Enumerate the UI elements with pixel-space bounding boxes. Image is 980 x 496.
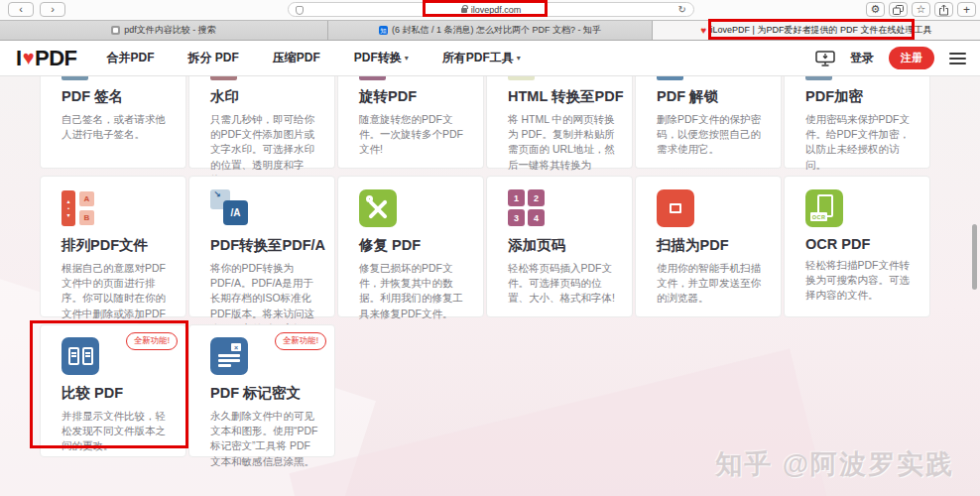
chevron-right-icon: › <box>51 4 55 15</box>
cropped-tool-icon <box>359 76 386 80</box>
tool-card-html-to-pdf[interactable]: HTML 转换至PDF 将 HTML 中的网页转换为 PDF。复制并粘贴所需页面… <box>486 76 633 169</box>
nav-label: 所有PDF工具 <box>442 50 514 66</box>
tab-search-page[interactable]: pdf文件内容比较 - 搜索 <box>0 21 328 40</box>
download-desktop-icon[interactable] <box>815 51 835 66</box>
reload-icon[interactable]: ↻ <box>678 4 686 15</box>
tool-card-sign-pdf[interactable]: PDF 签名 自己签名，或者请求他人进行电子签名。 <box>40 76 186 169</box>
tool-card-rotate-pdf[interactable]: 旋转PDF 随意旋转您的PDF文件。一次旋转多个PDF文件! <box>337 76 484 169</box>
ocr-pdf-icon: OCR <box>805 189 849 227</box>
tool-card-page-numbers[interactable]: 1 2 3 4 添加页码 轻松将页码插入PDF文件。可选择页码的位置、大小、格式… <box>486 176 633 317</box>
zhihu-favicon: 知 <box>379 26 388 35</box>
tool-desc: 使用密码来保护PDF文件。给PDF文件加密，以防止未经授权的访问。 <box>805 112 917 173</box>
tool-card-repair-pdf[interactable]: 修复 PDF 修复已损坏的PDF文件，并恢复其中的数据。利用我们的修复工具来修复… <box>337 176 484 317</box>
tool-card-ocr-pdf[interactable]: OCR OCR PDF 轻松将扫描PDF文件转换为可搜索内容。可选择内容的文件。 <box>784 176 930 317</box>
tool-title: 旋转PDF <box>359 87 470 106</box>
tool-desc: 轻松将页码插入PDF文件。可选择页码的位置、大小、格式和字体! <box>508 261 619 307</box>
tool-desc: 永久删除文件中的可见文本和图形。使用“PDF 标记密文”工具将 PDF 文本和敏… <box>210 409 321 469</box>
back-button[interactable]: ‹ <box>8 2 34 17</box>
hamburger-menu-icon[interactable] <box>949 53 966 64</box>
chevron-down-icon: ▾ <box>405 54 409 62</box>
tool-title: PDF加密 <box>805 87 917 106</box>
scrollbar-thumb[interactable] <box>972 224 977 290</box>
address-bar[interactable]: ilovepdf.com ↻ <box>288 2 694 17</box>
lock-icon <box>461 8 467 13</box>
tool-card-protect-pdf[interactable]: PDF加密 使用密码来保护PDF文件。给PDF文件加密，以防止未经授权的访问。 <box>784 76 930 169</box>
x-icon: × <box>231 343 241 351</box>
nav-label: PDF转换 <box>354 50 402 66</box>
browser-tab-bar: pdf文件内容比较 - 搜索 知 (6 封私信 / 1 条消息) 怎么对比两个 … <box>0 20 980 41</box>
tool-card-unlock-pdf[interactable]: PDF 解锁 删除PDF文件的保护密码，以便您按照自己的需求使用它。 <box>635 76 782 169</box>
tool-title: PDF 签名 <box>61 87 173 106</box>
gear-icon: ⚙ <box>871 4 881 15</box>
share-button[interactable] <box>934 2 953 17</box>
tab-label: iLovePDF | 为PDF爱好者提供的 PDF 文件在线处理工具 <box>711 24 932 37</box>
register-button[interactable]: 注册 <box>889 47 934 69</box>
logo-text-i: I <box>16 46 22 71</box>
nav-label: 压缩PDF <box>273 50 320 66</box>
page-content: PDF 签名 自己签名，或者请求他人进行电子签名。 水印 只需几秒钟，即可给你的… <box>0 76 980 496</box>
tool-desc: 随意旋转您的PDF文件。一次旋转多个PDF文件! <box>359 112 470 158</box>
tool-title: 添加页码 <box>508 236 619 255</box>
tool-title: 扫描为PDF <box>657 236 768 255</box>
nav-compress-pdf[interactable]: 压缩PDF <box>273 50 320 66</box>
compare-pdf-icon <box>61 337 105 375</box>
site-header: I ♥ PDF 合并PDF 拆分 PDF 压缩PDF PDF转换▾ 所有PDF工… <box>0 41 980 76</box>
tool-card-compare-pdf[interactable]: 全新功能! 比较 PDF 并排显示文件比较，轻松发现不同文件版本之间的更改。 <box>40 324 186 457</box>
scan-to-pdf-icon <box>657 189 700 227</box>
login-button[interactable]: 登录 <box>850 50 874 66</box>
tool-desc: 修复已损坏的PDF文件，并恢复其中的数据。利用我们的修复工具来修复PDF文件。 <box>359 261 470 321</box>
page-numbers-icon: 1 2 3 4 <box>508 189 551 227</box>
header-right: 登录 注册 <box>815 47 966 69</box>
tool-title: 比较 PDF <box>61 384 173 403</box>
nav-label: 合并PDF <box>107 50 155 66</box>
tool-title: 排列PDF文件 <box>61 236 173 255</box>
search-page-favicon <box>111 26 120 35</box>
chevron-down-icon: ▾ <box>517 54 521 62</box>
nav-split-pdf[interactable]: 拆分 PDF <box>188 50 239 66</box>
main-nav: 合并PDF 拆分 PDF 压缩PDF PDF转换▾ 所有PDF工具▾ <box>107 50 521 66</box>
tool-title: PDF 标记密文 <box>210 384 321 403</box>
heart-icon: ♥ <box>23 47 34 69</box>
tab-ilovepdf-page[interactable]: ♥ iLovePDF | 为PDF爱好者提供的 PDF 文件在线处理工具 <box>653 21 980 40</box>
tool-desc: 删除PDF文件的保护密码，以便您按照自己的需求使用它。 <box>657 112 768 158</box>
settings-button[interactable]: ⚙ <box>866 2 885 17</box>
repair-pdf-icon <box>359 189 403 227</box>
tab-label: pdf文件内容比较 - 搜索 <box>124 24 216 37</box>
tab-overview-button[interactable] <box>889 2 908 17</box>
chevron-left-icon: ‹ <box>19 4 23 15</box>
heart-favicon: ♥ <box>701 26 707 36</box>
nav-convert-pdf[interactable]: PDF转换▾ <box>354 50 409 66</box>
tool-title: PDF转换至PDF/A <box>210 236 321 255</box>
cropped-tool-icon <box>61 76 88 80</box>
share-icon <box>938 4 949 16</box>
tool-card-redact-pdf[interactable]: 全新功能! × PDF 标记密文 永久删除文件中的可见文本和图形。使用“PDF … <box>188 324 335 457</box>
cropped-tool-icon <box>657 76 683 80</box>
tool-desc: 轻松将扫描PDF文件转换为可搜索内容。可选择内容的文件。 <box>805 258 917 304</box>
tool-card-scan-to-pdf[interactable]: 扫描为PDF 使用你的智能手机扫描文件，并立即发送至你的浏览器。 <box>635 176 782 317</box>
new-feature-badge: 全新功能! <box>126 332 178 350</box>
nav-merge-pdf[interactable]: 合并PDF <box>107 50 155 66</box>
cropped-tool-icon <box>805 76 832 80</box>
url-domain: ilovepdf.com <box>471 5 522 15</box>
tool-card-pdf-to-pdfa[interactable]: ↘ /A PDF转换至PDF/A 将你的PDF转换为PDF/A。PDF/A是用于… <box>188 176 335 317</box>
tool-desc: 并排显示文件比较，轻松发现不同文件版本之间的更改。 <box>61 409 173 454</box>
cropped-tool-icon <box>508 76 535 80</box>
tab-zhihu-page[interactable]: 知 (6 封私信 / 1 条消息) 怎么对比两个 PDF 文档? - 知乎 <box>328 21 653 40</box>
browser-toolbar: ‹ › ilovepdf.com ↻ ⚙ ☆ + <box>0 0 980 20</box>
tool-title: OCR PDF <box>805 236 917 252</box>
organize-pdf-icon: ▴•▾ A B <box>61 189 105 227</box>
tool-card-watermark[interactable]: 水印 只需几秒钟，即可给你的PDF文件添加图片或文字水印。可选择水印的位置、透明… <box>188 76 335 169</box>
tab-label: (6 封私信 / 1 条消息) 怎么对比两个 PDF 文档? - 知乎 <box>392 24 601 37</box>
tool-title: 修复 PDF <box>359 236 470 255</box>
tool-title: HTML 转换至PDF <box>508 87 619 106</box>
ilovepdf-logo[interactable]: I ♥ PDF <box>16 46 77 71</box>
tool-title: PDF 解锁 <box>657 87 768 106</box>
bookmark-button[interactable]: ☆ <box>912 2 930 17</box>
arrow-down-right-icon: ↘ <box>213 189 221 199</box>
tool-card-organize-pdf[interactable]: ▴•▾ A B 排列PDF文件 根据自己的意愿对PDF文件中的页面进行排序。你可… <box>40 176 186 317</box>
tabs-overview-icon <box>893 5 904 15</box>
forward-button[interactable]: › <box>40 2 65 17</box>
new-tab-button[interactable]: + <box>957 2 976 17</box>
nav-all-pdf-tools[interactable]: 所有PDF工具▾ <box>442 50 521 66</box>
watermark-text: 知乎 @阿波罗实践 <box>715 446 954 482</box>
